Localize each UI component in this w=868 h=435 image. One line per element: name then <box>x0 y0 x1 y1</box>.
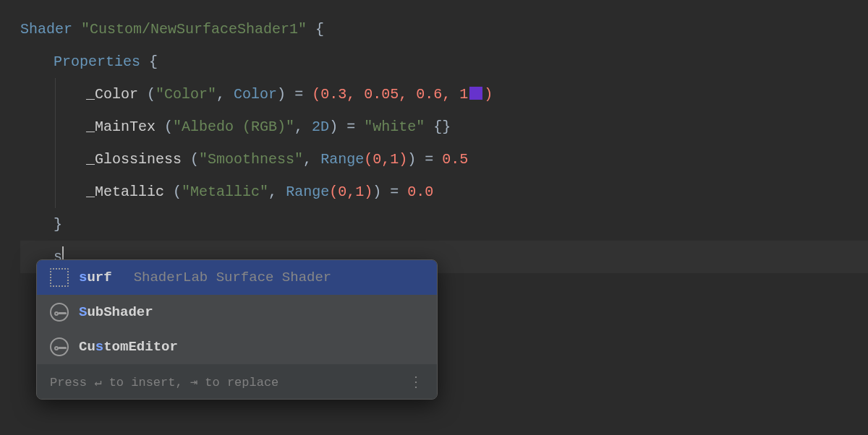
color-values: (0.3, 0.05, 0.6, 1 <box>312 86 468 103</box>
color-swatch-icon[interactable] <box>469 87 482 100</box>
autocomplete-label: surf <box>79 270 112 285</box>
prop-color: _Color <box>86 86 138 103</box>
gloss-label: "Smoothness" <box>199 151 303 168</box>
code-line[interactable]: _Glossiness ("Smoothness", Range(0,1)) =… <box>20 143 868 176</box>
maintex-label: "Albedo (RGB)" <box>173 119 294 135</box>
type-range: Range <box>286 184 329 200</box>
code-line[interactable]: _MainTex ("Albedo (RGB)", 2D) = "white" … <box>20 111 868 143</box>
property-icon <box>50 303 69 322</box>
code-editor[interactable]: Shader "Custom/NewSurfaceShader1" { Prop… <box>0 0 868 273</box>
brace-open: { <box>149 53 158 70</box>
more-options-icon[interactable]: ⋮ <box>409 373 424 391</box>
autocomplete-item-customeditor[interactable]: CustomEditor <box>37 330 437 364</box>
code-line[interactable]: Shader "Custom/NewSurfaceShader1" { <box>20 13 868 46</box>
keyword-properties: Properties <box>54 53 140 70</box>
autocomplete-footer: Press ↵ to insert, ⇥ to replace ⋮ <box>37 364 437 399</box>
property-icon <box>50 337 69 356</box>
autocomplete-label: CustomEditor <box>79 339 178 355</box>
code-line[interactable]: Properties { <box>20 46 868 78</box>
prop-gloss: _Glossiness <box>86 151 182 168</box>
autocomplete-item-subshader[interactable]: SubShader <box>37 295 437 330</box>
type-2d: 2D <box>312 119 329 135</box>
prop-metal: _Metallic <box>86 184 164 200</box>
code-line[interactable]: _Metallic ("Metallic", Range(0,1)) = 0.0 <box>20 176 868 208</box>
gloss-value: 0.5 <box>442 151 468 168</box>
prop-maintex: _MainTex <box>86 119 156 135</box>
keyword-shader: Shader <box>20 21 72 38</box>
metal-label: "Metallic" <box>182 184 268 200</box>
type-color: Color <box>234 86 277 103</box>
brace-open: { <box>315 21 324 38</box>
maintex-value: "white" <box>364 119 425 135</box>
gloss-range: (0,1) <box>364 151 407 168</box>
autocomplete-label: SubShader <box>79 304 153 320</box>
autocomplete-footer-text: Press ↵ to insert, ⇥ to replace <box>50 374 278 389</box>
color-label: "Color" <box>156 86 216 103</box>
code-line[interactable]: _Color ("Color", Color) = (0.3, 0.05, 0.… <box>20 78 868 111</box>
autocomplete-hint: ShaderLab Surface Shader <box>134 270 332 285</box>
autocomplete-popup[interactable]: surf ShaderLab Surface Shader SubShader … <box>36 259 438 400</box>
type-range: Range <box>320 151 364 168</box>
autocomplete-item-surf[interactable]: surf ShaderLab Surface Shader <box>37 260 437 295</box>
color-close: ) <box>484 86 493 103</box>
code-line[interactable]: } <box>20 208 868 241</box>
brace-close: } <box>54 216 62 233</box>
metal-range: (0,1) <box>329 184 373 200</box>
metal-value: 0.0 <box>407 184 433 200</box>
template-icon <box>50 268 69 287</box>
shader-name-string: "Custom/NewSurfaceShader1" <box>81 21 307 38</box>
